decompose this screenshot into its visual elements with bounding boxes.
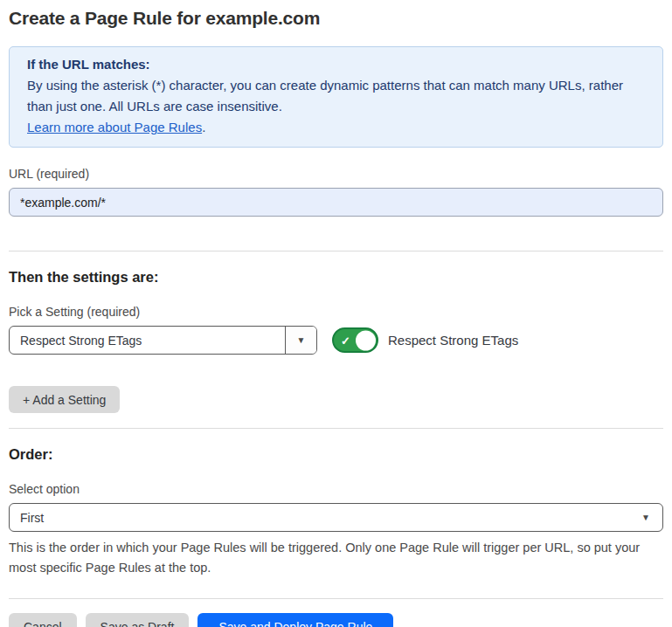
cancel-button[interactable]: Cancel	[9, 613, 77, 627]
select-chevron-icon: ▼	[641, 513, 650, 522]
toggle-check-icon: ✓	[341, 334, 350, 346]
link-period: .	[202, 120, 205, 134]
footer-divider	[9, 598, 663, 599]
add-setting-button[interactable]: + Add a Setting	[9, 386, 120, 413]
order-select[interactable]: First ▼	[9, 503, 663, 532]
order-select-value: First	[20, 511, 44, 525]
footer-actions: Cancel Save as Draft Save and Deploy Pag…	[9, 613, 663, 627]
chevron-down-icon: ▼	[297, 335, 306, 345]
setting-row: Respect Strong ETags ▼ ✓ Respect Strong …	[9, 326, 663, 355]
url-field-label: URL (required)	[9, 167, 663, 181]
setting-dropdown[interactable]: Respect Strong ETags ▼	[9, 326, 317, 355]
info-link-line: Learn more about Page Rules.	[27, 117, 645, 138]
setting-toggle[interactable]: ✓	[332, 327, 378, 353]
learn-more-link[interactable]: Learn more about Page Rules	[27, 120, 202, 134]
info-box-body: By using the asterisk (*) character, you…	[27, 75, 645, 117]
page-rule-form: Create a Page Rule for example.com If th…	[0, 0, 672, 627]
url-input[interactable]	[9, 188, 663, 217]
order-help-text: This is the order in which your Page Rul…	[9, 538, 660, 578]
toggle-knob	[356, 330, 376, 350]
section-divider	[9, 251, 663, 251]
url-match-info-box: If the URL matches: By using the asteris…	[9, 46, 663, 148]
page-title: Create a Page Rule for example.com	[9, 0, 663, 29]
settings-section-heading: Then the settings are:	[9, 269, 663, 286]
order-section-heading: Order:	[9, 446, 663, 463]
setting-dropdown-arrow-button[interactable]: ▼	[285, 327, 316, 354]
section-divider	[9, 428, 663, 429]
save-and-deploy-button[interactable]: Save and Deploy Page Rule	[197, 613, 393, 627]
pick-setting-label: Pick a Setting (required)	[9, 305, 663, 319]
toggle-label: Respect Strong ETags	[388, 333, 518, 348]
order-select-label: Select option	[9, 482, 663, 496]
info-box-heading: If the URL matches:	[27, 54, 645, 75]
setting-dropdown-value: Respect Strong ETags	[10, 327, 285, 354]
save-as-draft-button[interactable]: Save as Draft	[86, 613, 190, 627]
